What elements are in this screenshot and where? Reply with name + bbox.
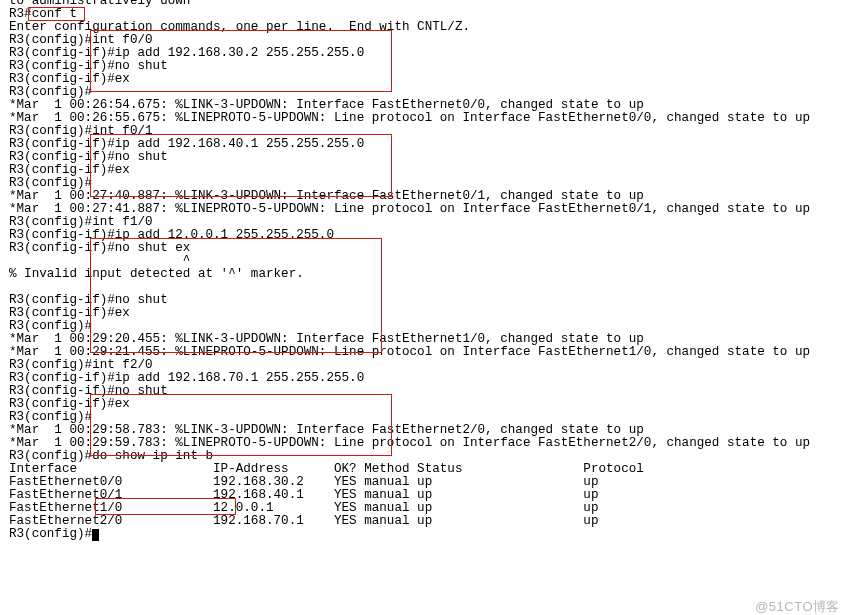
terminal-line: R3(config-if)#ex [9, 307, 810, 320]
terminal-line: R3(config-if)#ex [9, 73, 810, 86]
terminal-line: R3(config)# [9, 528, 810, 541]
terminal-line: to administratively down [9, 0, 810, 8]
watermark-text: @51CTO博客 [755, 600, 840, 613]
terminal-line: % Invalid input detected at '^' marker. [9, 268, 810, 281]
terminal-line: R3(config-if)#ex [9, 164, 810, 177]
terminal-line: FastEthernet2/0 192.168.70.1 YES manual … [9, 515, 810, 528]
terminal-output[interactable]: to administratively downR3#conf tEnter c… [9, 0, 810, 541]
terminal-line: R3(config-if)#ex [9, 398, 810, 411]
cursor [92, 529, 99, 541]
